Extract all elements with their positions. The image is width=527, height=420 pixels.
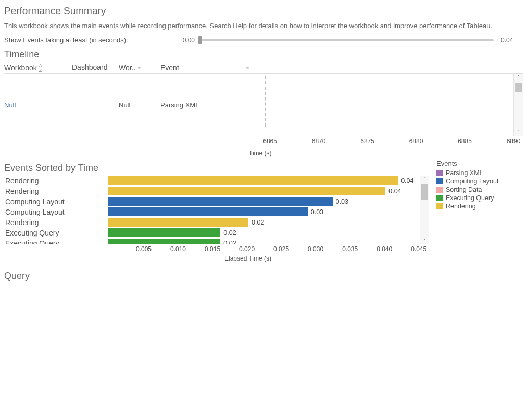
event-bar[interactable] — [108, 207, 308, 216]
legend-label: Executing Query — [446, 194, 494, 202]
timeline-area: Workbook AZ Dashboard Wor.. ≡ Event ≡ Nu… — [4, 62, 523, 157]
threshold-label: Show Events taking at least (in seconds)… — [4, 36, 166, 44]
event-bar-row[interactable]: 0.02 — [108, 238, 420, 244]
event-bar[interactable] — [108, 218, 248, 227]
scroll-thumb[interactable] — [421, 184, 428, 200]
events-tick: 0.020 — [239, 245, 255, 253]
events-labels: RenderingRenderingComputing LayoutComput… — [4, 176, 108, 244]
scroll-up-icon[interactable]: ˄ — [420, 176, 429, 183]
events-scrollbar[interactable]: ˄ ˅ — [420, 176, 429, 244]
events-legend: Events Parsing XMLComputing LayoutSortin… — [429, 159, 523, 262]
page-title: Performance Summary — [4, 5, 523, 17]
threshold-slider[interactable] — [199, 39, 494, 41]
subtitle-text-pre: This workbook shows the main events whil… — [4, 22, 210, 30]
timeline-chart[interactable] — [249, 74, 513, 136]
col-workbook[interactable]: Workbook AZ — [4, 63, 72, 72]
col-worksheet-label: Wor.. — [119, 64, 135, 72]
legend-label: Computing Layout — [446, 178, 498, 185]
timeline-tick: 6880 — [409, 138, 423, 145]
events-tick: 0.035 — [342, 245, 358, 253]
legend-label: Sorting Data — [446, 186, 482, 193]
event-row-label: Rendering — [5, 186, 108, 196]
event-row-label: Computing Layout — [5, 207, 108, 217]
timeline-tick: 6885 — [458, 138, 472, 145]
threshold-max: 0.04 — [498, 36, 523, 44]
event-bar-value: 0.03 — [311, 207, 323, 217]
threshold-min: 0.00 — [170, 36, 195, 44]
event-bar-row[interactable]: 0.04 — [108, 186, 420, 196]
event-bar-value: 0.04 — [388, 186, 401, 196]
event-row-label: Computing Layout — [5, 196, 108, 207]
event-bar-row[interactable]: 0.03 — [108, 196, 420, 207]
col-event-label: Event — [160, 64, 179, 72]
event-bar-value: 0.02 — [223, 228, 236, 238]
sort-alpha-icon[interactable]: AZ — [39, 64, 42, 73]
legend-item[interactable]: Parsing XML — [436, 169, 523, 177]
legend-title: Events — [436, 159, 523, 167]
search-help-link[interactable]: Search Help — [210, 22, 247, 30]
legend-label: Parsing XML — [446, 169, 483, 177]
event-bar-row[interactable]: 0.02 — [108, 228, 420, 238]
event-bar[interactable] — [108, 176, 398, 185]
event-bar-row[interactable]: 0.03 — [108, 207, 420, 217]
events-tick: 0.015 — [205, 245, 220, 253]
timeline-scrollbar[interactable]: ˄ ˅ — [513, 74, 523, 136]
event-bar-value: 0.02 — [252, 217, 264, 228]
event-bar[interactable] — [108, 187, 385, 195]
scroll-thumb[interactable] — [515, 83, 522, 92]
col-dashboard[interactable]: Dashboard — [72, 63, 119, 72]
event-bar-row[interactable]: 0.02 — [108, 217, 420, 228]
scroll-down-icon[interactable]: ˅ — [420, 237, 429, 244]
event-row-label: Rendering — [5, 176, 108, 186]
event-row-label: Rendering — [5, 217, 108, 228]
scroll-up-icon[interactable]: ˄ — [514, 74, 523, 81]
col-worksheet[interactable]: Wor.. ≡ — [119, 63, 160, 72]
timeline-gantt-mark[interactable] — [265, 76, 266, 127]
events-x-axis-label: Elapsed Time (s) — [67, 255, 429, 262]
timeline-tick: 6890 — [507, 138, 521, 145]
events-tick: 0.025 — [273, 245, 289, 253]
legend-item[interactable]: Rendering — [436, 203, 523, 210]
timeline-header: Workbook AZ Dashboard Wor.. ≡ Event ≡ — [4, 62, 523, 73]
event-bar[interactable] — [108, 228, 220, 237]
event-bar-value: 0.04 — [401, 176, 413, 186]
legend-item[interactable]: Computing Layout — [436, 178, 523, 185]
timeline-row-workbook[interactable]: Null — [4, 74, 72, 136]
legend-swatch — [436, 195, 443, 201]
timeline-row-event: Parsing XML — [160, 74, 249, 136]
timeline-tick: 6865 — [263, 138, 277, 145]
events-sorted-chart: RenderingRenderingComputing LayoutComput… — [4, 176, 429, 244]
subtitle-text-post: for details on how to interpret the work… — [247, 22, 492, 30]
legend-swatch — [436, 187, 443, 193]
timeline-tick: 6870 — [312, 138, 326, 145]
legend-label: Rendering — [446, 203, 476, 210]
events-sorted-title: Events Sorted by Time — [4, 163, 429, 174]
events-tick: 0.030 — [308, 245, 323, 253]
event-bar[interactable] — [108, 239, 220, 244]
timeline-title: Timeline — [4, 49, 523, 60]
event-bar-row[interactable]: 0.04 — [108, 176, 420, 186]
event-bar-value: 0.02 — [223, 238, 236, 244]
event-row-label: Executing Query — [5, 238, 108, 244]
events-tick: 0.005 — [136, 245, 152, 253]
col-event[interactable]: Event ≡ — [160, 63, 249, 72]
col-workbook-label: Workbook — [4, 64, 37, 72]
legend-swatch — [436, 203, 443, 209]
query-title: Query — [4, 270, 523, 281]
events-tick: 0.045 — [411, 245, 426, 253]
timeline-x-axis: 686568706875688068856890 — [249, 136, 513, 151]
legend-item[interactable]: Sorting Data — [436, 186, 523, 193]
scroll-down-icon[interactable]: ˅ — [514, 129, 523, 136]
timeline-row-dashboard — [72, 74, 119, 136]
event-bar-value: 0.03 — [336, 196, 348, 207]
legend-swatch — [436, 178, 443, 184]
legend-swatch — [436, 170, 443, 176]
threshold-slider-thumb[interactable] — [198, 36, 202, 44]
event-bar[interactable] — [108, 197, 333, 206]
query-area — [4, 283, 523, 388]
sort-icon[interactable]: ≡ — [137, 66, 140, 71]
timeline-chart-header — [249, 63, 511, 72]
events-bars[interactable]: 0.040.040.030.030.020.020.02 — [108, 176, 420, 244]
legend-item[interactable]: Executing Query — [436, 194, 523, 202]
timeline-row-worksheet: Null — [119, 74, 160, 136]
